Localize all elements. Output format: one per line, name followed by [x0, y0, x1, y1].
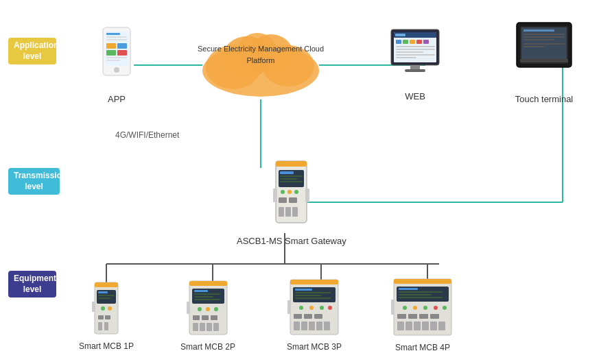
svg-rect-83: [98, 315, 104, 319]
svg-rect-52: [523, 34, 565, 35]
svg-rect-50: [521, 27, 567, 62]
svg-rect-54: [523, 39, 554, 40]
gateway-label: ASCB1-MS Smart Gateway: [237, 236, 346, 246]
svg-rect-138: [397, 314, 406, 319]
svg-rect-103: [207, 323, 212, 331]
mcb4p-node: Smart MCB 4P: [391, 278, 454, 352]
svg-rect-28: [117, 50, 127, 56]
gateway-icon: [262, 158, 320, 233]
svg-rect-129: [399, 288, 418, 290]
svg-rect-40: [423, 40, 429, 44]
svg-rect-76: [95, 282, 118, 287]
svg-rect-118: [304, 314, 312, 319]
svg-rect-44: [396, 54, 435, 56]
mcb2p-node: Smart MCB 2P: [180, 280, 235, 352]
svg-rect-147: [438, 321, 445, 330]
svg-point-116: [328, 306, 332, 310]
svg-rect-92: [194, 293, 220, 295]
mcb4p-label: Smart MCB 4P: [395, 343, 450, 352]
svg-rect-142: [397, 321, 404, 330]
svg-rect-37: [403, 40, 408, 44]
svg-rect-105: [187, 302, 190, 314]
connection-label: 4G/WIFI/Ethernet: [115, 130, 179, 140]
svg-rect-121: [301, 321, 307, 330]
svg-rect-93: [194, 296, 213, 298]
svg-rect-70: [279, 207, 284, 217]
svg-rect-99: [202, 315, 209, 320]
svg-rect-87: [92, 302, 95, 312]
svg-rect-69: [289, 197, 297, 203]
svg-rect-141: [430, 314, 439, 319]
transmission-level-badge: Transmissionlevel: [8, 168, 60, 195]
svg-rect-111: [295, 295, 321, 296]
svg-rect-125: [287, 300, 291, 314]
svg-rect-23: [106, 36, 127, 38]
svg-rect-148: [391, 300, 395, 315]
svg-rect-68: [279, 197, 287, 203]
svg-rect-91: [194, 290, 208, 292]
touch-terminal-label: Touch terminal: [515, 94, 574, 104]
svg-point-95: [198, 307, 202, 311]
svg-rect-24: [106, 39, 127, 40]
svg-rect-85: [98, 322, 102, 330]
svg-rect-119: [314, 314, 322, 319]
svg-rect-117: [294, 314, 302, 319]
cloud-label: Secure Electricity Management Cloud Plat…: [192, 43, 329, 66]
svg-rect-22: [106, 33, 120, 35]
equipment-level-badge: Equipmentlevel: [8, 271, 56, 298]
svg-rect-64: [280, 181, 303, 182]
svg-point-82: [108, 306, 112, 311]
svg-rect-79: [98, 295, 115, 296]
svg-rect-36: [396, 40, 401, 44]
svg-rect-63: [280, 178, 297, 180]
svg-rect-38: [410, 40, 415, 44]
svg-rect-73: [273, 189, 277, 202]
svg-point-114: [309, 306, 314, 310]
svg-rect-122: [309, 321, 315, 330]
cloud-container: Secure Electricity Management Cloud Plat…: [192, 19, 329, 104]
svg-rect-41: [396, 46, 435, 47]
svg-rect-140: [419, 314, 428, 319]
svg-rect-127: [394, 279, 451, 284]
touch-terminal-node: Touch terminal: [513, 19, 575, 104]
svg-rect-74: [305, 189, 309, 202]
svg-rect-132: [399, 297, 443, 298]
svg-rect-29: [106, 57, 127, 58]
svg-rect-53: [523, 36, 565, 38]
svg-rect-35: [395, 34, 405, 36]
mcb4p-icon: [391, 278, 454, 341]
monitor-icon: [388, 26, 443, 91]
svg-rect-62: [280, 175, 303, 177]
svg-rect-107: [290, 280, 338, 284]
svg-rect-86: [104, 322, 108, 330]
svg-rect-84: [105, 315, 110, 319]
svg-point-67: [294, 190, 298, 194]
svg-rect-59: [276, 161, 307, 167]
svg-point-133: [403, 306, 407, 310]
svg-rect-144: [414, 321, 421, 330]
svg-point-81: [101, 306, 105, 311]
svg-rect-80: [98, 298, 110, 299]
svg-rect-47: [405, 69, 425, 72]
svg-rect-78: [98, 291, 108, 293]
svg-point-97: [214, 307, 218, 311]
mcb1p-node: Smart MCB 1P: [79, 281, 134, 351]
svg-rect-55: [523, 43, 565, 45]
gateway-node: ASCB1-MS Smart Gateway: [237, 158, 346, 246]
svg-rect-45: [396, 57, 416, 58]
web-label: WEB: [405, 91, 425, 101]
svg-rect-104: [213, 323, 219, 331]
svg-rect-110: [295, 292, 331, 293]
svg-point-134: [413, 306, 417, 310]
svg-rect-51: [523, 29, 554, 32]
svg-rect-72: [292, 207, 298, 217]
svg-rect-109: [295, 289, 312, 291]
svg-point-31: [114, 67, 119, 73]
mcb1p-label: Smart MCB 1P: [79, 341, 134, 351]
app-label: APP: [108, 94, 126, 104]
application-level-badge: Application level: [8, 38, 56, 64]
svg-rect-39: [416, 40, 422, 44]
mcb2p-icon: [186, 280, 231, 340]
svg-rect-102: [200, 323, 205, 331]
svg-rect-30: [106, 60, 120, 61]
